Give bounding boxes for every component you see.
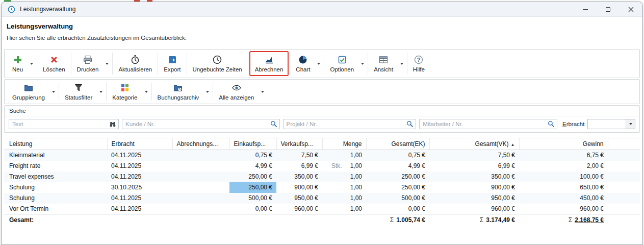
table-row[interactable]: Freight rate04.11.20254,99 €6,99 €Stk.1,… [4,161,640,172]
column-header-leistung[interactable]: Leistung [4,138,107,150]
column-header-verkaufspreis[interactable]: Verkaufsp... [276,138,322,150]
column-header-einkaufspreis[interactable]: Einkaufsp... [229,138,276,150]
table-cell[interactable]: 650,00 € [519,182,608,193]
table-cell[interactable]: 30.10.2025 [107,182,172,193]
table-cell[interactable]: 900,00 € [276,182,322,193]
table-cell[interactable]: Stk.1,00 [322,161,366,172]
search-mitarbeiter-input[interactable] [419,119,557,129]
table-row[interactable]: Vor Ort Termin04.11.20250,00 €960,00 €1,… [4,204,640,214]
chevron-down-icon[interactable] [317,63,320,65]
chevron-down-icon[interactable] [261,91,264,93]
column-header-abrechnungsart[interactable]: Abrechnungs... [172,138,229,150]
table-cell[interactable]: 1,00 [322,172,366,182]
toolbar-button-ansicht[interactable]: Ansicht [369,51,398,77]
search-projekt-input[interactable] [283,119,417,129]
table-cell[interactable]: 0,00 € [366,204,429,214]
search-icon[interactable] [270,120,278,128]
table-cell[interactable] [172,193,229,204]
table-cell[interactable]: 350,00 € [429,172,519,182]
table-cell[interactable] [172,204,229,214]
chevron-down-icon[interactable] [99,91,102,93]
table-cell[interactable]: 7,50 € [276,150,322,161]
chevron-down-icon[interactable] [30,63,33,65]
table-cell[interactable]: 04.11.2025 [107,172,172,182]
toolbar-button-abrechnen[interactable]: Abrechnen [249,51,289,76]
chevron-down-icon[interactable] [145,91,148,93]
table-cell[interactable] [172,172,229,182]
table-cell[interactable]: 04.11.2025 [107,204,172,214]
column-header-gesamt-vk[interactable]: Gesamt(VK)▲ [429,138,519,150]
table-cell[interactable]: 1,00 [322,193,366,204]
table-cell[interactable] [172,182,229,193]
search-icon[interactable] [547,120,555,128]
table-cell[interactable]: 450,00 € [519,193,608,204]
table-cell[interactable]: 0,00 € [229,204,276,214]
table-cell[interactable]: Vor Ort Termin [4,204,107,214]
toolbar-button-export[interactable]: Export [159,51,185,77]
table-cell[interactable]: 1,00 [322,150,366,161]
binoculars-icon[interactable] [109,120,117,128]
toolbar-button-gruppierung[interactable]: Gruppierung [8,81,49,103]
table-cell[interactable]: Travel expenses [4,172,107,182]
minimize-button[interactable] [574,2,597,16]
toolbar-button-loeschen[interactable]: Löschen [38,51,69,77]
toolbar-button-alle-anzeigen[interactable]: Alle anzeigen [214,81,259,103]
table-cell[interactable]: Schulung [4,193,107,204]
table-cell[interactable]: 250,00 € [366,182,429,193]
table-cell[interactable]: 1,00 [322,182,366,193]
table-cell[interactable]: 6,75 € [519,150,608,161]
column-header-erbracht[interactable]: Erbracht [107,138,172,150]
toolbar-button-hilfe[interactable]: ?Hilfe [408,51,429,77]
erbracht-select[interactable] [587,119,635,129]
table-row[interactable]: Travel expenses04.11.2025250,00 €350,00 … [4,172,640,182]
table-cell[interactable]: 950,00 € [276,193,322,204]
combo-dropdown-button[interactable] [626,119,635,129]
table-cell[interactable]: 4,99 € [366,161,429,172]
table-cell[interactable]: 960,00 € [429,204,519,214]
toolbar-button-aktualisieren[interactable]: Aktualisieren [114,51,157,77]
table-cell[interactable]: 04.11.2025 [107,150,172,161]
chevron-down-icon[interactable] [400,63,403,65]
table-cell[interactable]: 350,00 € [276,172,322,182]
column-header-gesamt-ek[interactable]: Gesamt(EK) [366,138,429,150]
table-cell[interactable]: 0,75 € [366,150,429,161]
table-cell[interactable]: 6,99 € [276,161,322,172]
table-cell[interactable]: 960,00 € [519,204,608,214]
table-cell[interactable]: 6,99 € [429,161,519,172]
chevron-down-icon[interactable] [52,91,55,93]
search-kunde-input[interactable] [122,119,280,129]
table-cell[interactable]: 7,50 € [429,150,519,161]
table-cell[interactable]: Schulung [4,182,107,193]
chevron-down-icon[interactable] [106,63,109,65]
table-cell[interactable]: 900,00 € [429,182,519,193]
toolbar-button-kategorie[interactable]: Kategorie [108,81,142,103]
search-text-input[interactable] [9,119,119,129]
table-cell[interactable]: 04.11.2025 [107,193,172,204]
table-cell[interactable]: 960,00 € [276,204,322,214]
table-cell[interactable]: 2,00 € [519,161,608,172]
search-icon[interactable] [406,120,414,128]
table-cell[interactable]: 1,00 [322,204,366,214]
table-cell[interactable]: 500,00 € [366,193,429,204]
table-cell[interactable]: 100,00 € [519,172,608,182]
table-cell[interactable]: Kleinmaterial [4,150,107,161]
table-row[interactable]: Schulung04.11.2025500,00 €950,00 €1,0050… [4,193,640,204]
toolbar-button-chart[interactable]: Chart [291,51,315,77]
chevron-down-icon[interactable] [206,91,209,93]
chevron-down-icon[interactable] [361,63,364,65]
toolbar-button-statusfilter[interactable]: Statusfilter [60,81,97,103]
table-cell[interactable]: 950,00 € [429,193,519,204]
table-cell[interactable] [172,161,229,172]
close-button[interactable] [620,2,642,16]
toolbar-button-drucken[interactable]: Drucken [72,51,104,77]
toolbar-button-optionen[interactable]: Optionen [325,51,358,77]
table-cell[interactable]: 0,75 € [229,150,276,161]
table-cell[interactable]: 500,00 € [229,193,276,204]
table-cell[interactable]: 250,00 € [229,172,276,182]
table-cell[interactable]: 4,99 € [229,161,276,172]
maximize-button[interactable] [597,2,620,16]
table-cell[interactable] [172,150,229,161]
table-row[interactable]: Schulung30.10.2025250,00 €900,00 €1,0025… [4,182,640,193]
column-header-gewinn[interactable]: Gewinn [519,138,608,150]
table-cell[interactable]: 250,00 € [229,182,276,193]
